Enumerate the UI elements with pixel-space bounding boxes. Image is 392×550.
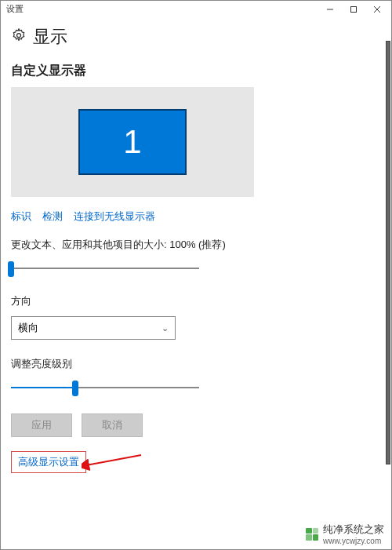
cancel-button[interactable]: 取消 [82, 413, 143, 437]
svg-point-4 [17, 34, 21, 38]
gear-icon [11, 27, 27, 46]
brightness-label: 调整亮度级别 [11, 357, 381, 371]
svg-line-5 [86, 455, 141, 465]
watermark: 纯净系统之家 www.ycwjzy.com [306, 523, 384, 545]
scale-slider[interactable] [11, 260, 199, 279]
display-arrangement-preview[interactable]: 1 [11, 87, 254, 197]
brightness-slider[interactable] [11, 379, 199, 398]
watermark-url: www.ycwjzy.com [323, 537, 384, 545]
orientation-label: 方向 [11, 294, 381, 308]
watermark-logo-icon [306, 528, 318, 541]
connect-wireless-link[interactable]: 连接到无线显示器 [74, 209, 155, 224]
identify-link[interactable]: 标识 [11, 209, 31, 224]
scale-label: 更改文本、应用和其他项目的大小: 100% (推荐) [11, 238, 381, 252]
section-heading: 自定义显示器 [11, 63, 381, 79]
advanced-display-settings-link[interactable]: 高级显示设置 [11, 451, 86, 473]
apply-button[interactable]: 应用 [11, 413, 72, 437]
monitor-number: 1 [123, 123, 141, 161]
annotation-arrow [82, 453, 144, 476]
orientation-dropdown[interactable]: 横向 ⌄ [11, 316, 176, 340]
watermark-text: 纯净系统之家 [323, 523, 384, 535]
orientation-value: 横向 [18, 321, 38, 335]
chevron-down-icon: ⌄ [162, 323, 169, 333]
page-title: 显示 [33, 25, 67, 49]
monitor-tile-1[interactable]: 1 [78, 109, 187, 175]
detect-link[interactable]: 检测 [42, 209, 63, 224]
